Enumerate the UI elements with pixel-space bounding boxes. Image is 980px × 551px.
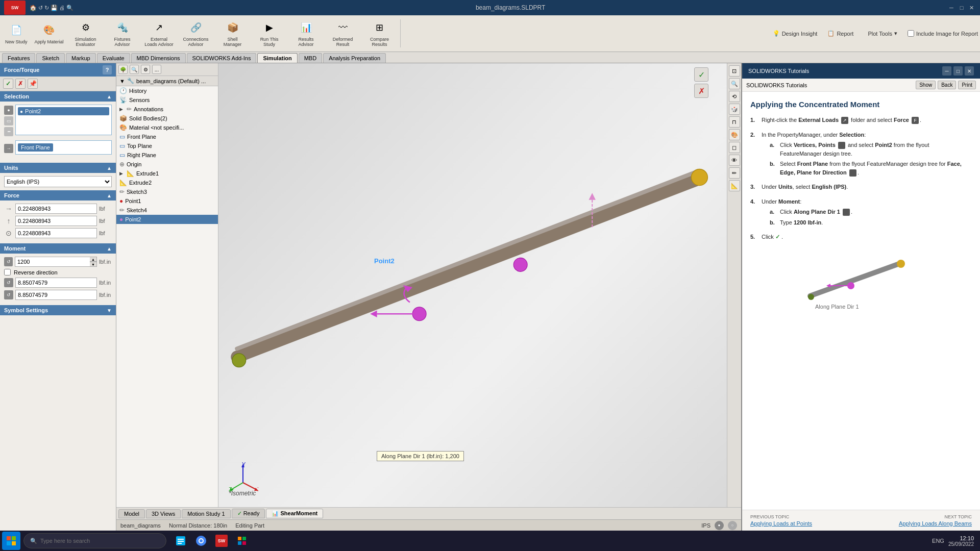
back-btn[interactable]: Back — [938, 81, 956, 89]
force-x-input[interactable] — [15, 204, 97, 214]
tab-shear-moment[interactable]: 📊 ShearMoment — [266, 509, 323, 518]
symbol-settings-header[interactable]: Symbol Settings ▼ — [0, 305, 116, 315]
tab-mbd-dimensions[interactable]: MBD Dimensions — [131, 53, 186, 63]
taskbar-misc-btn-1[interactable] — [233, 532, 251, 550]
tree-item-solid-bodies[interactable]: 📦 Solid Bodies(2) — [116, 114, 218, 123]
tree-btn-4[interactable]: ... — [152, 65, 161, 74]
annotations-expand[interactable]: ▶ — [119, 107, 125, 112]
moment-down-btn[interactable]: ▼ — [90, 262, 97, 267]
status-icon-1[interactable]: ● — [715, 521, 724, 530]
taskbar-search-input[interactable] — [40, 538, 160, 544]
reverse-direction-checkbox[interactable] — [4, 269, 11, 276]
tree-item-point2[interactable]: ● Point2 — [116, 215, 218, 224]
prev-topic-link[interactable]: Applying Loads at Points — [750, 520, 812, 527]
tab-evaluate[interactable]: Evaluate — [97, 53, 130, 63]
view-orient-btn[interactable]: ⟲ — [729, 91, 740, 102]
tab-mbd[interactable]: MBD — [299, 53, 322, 63]
results-advisor-btn[interactable]: 📊 Results Advisor — [288, 18, 324, 49]
connections-advisor-btn[interactable]: 🔗 Connections Advisor — [178, 18, 214, 49]
confirm-btn[interactable]: ✓ — [3, 79, 13, 89]
tree-item-front-plane[interactable]: ▭ Front Plane — [116, 132, 218, 141]
include-image-checkbox-row[interactable]: Include Image for Report — [908, 30, 978, 37]
shell-manager-btn[interactable]: 📦 Shell Manager — [215, 18, 251, 49]
fixtures-advisor-btn[interactable]: 🔩 Fixtures Advisor — [105, 18, 140, 49]
tree-item-point1[interactable]: ● Point1 — [116, 196, 218, 206]
start-button[interactable] — [2, 532, 20, 550]
taskbar-chrome-btn[interactable] — [192, 532, 210, 550]
include-image-checkbox[interactable] — [908, 30, 914, 37]
maximize-btn[interactable]: □ — [958, 4, 966, 12]
selection-section-header[interactable]: Selection ▲ — [0, 91, 116, 102]
view-3d-btn[interactable]: 🎲 — [729, 104, 740, 115]
viewport-area[interactable]: ✓ ✗ — [218, 63, 727, 507]
force-section-header[interactable]: Force ▲ — [0, 190, 116, 201]
design-insight-btn[interactable]: 💡 Design Insight — [769, 28, 822, 39]
deformed-result-btn[interactable]: 〰 Deformed Result — [325, 18, 361, 49]
status-icon-2[interactable]: ○ — [728, 521, 737, 530]
tree-item-top-plane[interactable]: ▭ Top Plane — [116, 141, 218, 151]
edit-appearance-btn[interactable]: ✏ — [729, 167, 740, 179]
extrude1-expand[interactable]: ▶ — [119, 171, 125, 176]
cancel-btn[interactable]: ✗ — [15, 79, 26, 89]
tab-ready[interactable]: ✓ Ready — [232, 509, 265, 518]
tree-item-material[interactable]: 🎨 Material <not specifi... — [116, 123, 218, 132]
force-z-input[interactable] — [15, 228, 97, 238]
tree-item-history[interactable]: 🕐 History — [116, 86, 218, 95]
show-btn[interactable]: Show — [916, 81, 936, 89]
run-study-btn[interactable]: ▶ Run This Study — [252, 18, 287, 49]
next-topic-link[interactable]: Applying Loads Along Beams — [899, 520, 972, 527]
apply-material-btn[interactable]: 🎨 Apply Material — [32, 18, 67, 49]
tree-item-sketch3[interactable]: ✏ Sketch3 — [116, 187, 218, 196]
close-btn[interactable]: ✕ — [968, 4, 976, 12]
tree-item-sensors[interactable]: 📡 Sensors — [116, 95, 218, 105]
selection-box[interactable]: ● Point2 — [15, 105, 112, 135]
moment-sub1-input[interactable] — [15, 278, 97, 288]
moment-up-btn[interactable]: ▲ — [90, 257, 97, 262]
tree-item-right-plane[interactable]: ▭ Right Plane — [116, 151, 218, 160]
print-btn[interactable]: Print — [958, 81, 976, 89]
tab-3d-views[interactable]: 3D Views — [146, 509, 181, 518]
taskbar-sw-btn[interactable]: SW — [212, 532, 231, 550]
external-loads-btn[interactable]: ↗ External Loads Advisor — [141, 18, 177, 49]
units-section-header[interactable]: Units ▲ — [0, 163, 116, 173]
moment-section-header[interactable]: Moment ▲ — [0, 243, 116, 254]
taskbar-search[interactable]: 🔍 — [23, 533, 166, 548]
direction-box[interactable]: Front Plane — [15, 140, 112, 155]
model-display-btn[interactable]: 📐 — [729, 180, 740, 191]
tab-solidworks-addins[interactable]: SOLIDWORKS Add-Ins — [187, 53, 257, 63]
tree-btn-1[interactable]: 🌳 — [118, 65, 128, 74]
plot-tools-btn[interactable]: Plot Tools ▾ — [864, 28, 901, 39]
tree-btn-3[interactable]: ⚙ — [141, 65, 150, 74]
tree-item-extrude2[interactable]: 📐 Extrude2 — [116, 178, 218, 187]
view-section-btn[interactable]: ⊓ — [729, 116, 740, 128]
tutorial-minimize-btn[interactable]: ─ — [942, 66, 951, 76]
zoom-fit-btn[interactable]: ⊡ — [729, 65, 740, 77]
zoom-in-btn[interactable]: 🔍 — [729, 78, 740, 89]
tab-sketch[interactable]: Sketch — [36, 53, 65, 63]
tab-model[interactable]: Model — [118, 509, 145, 518]
new-study-btn[interactable]: 📄 New Study — [2, 18, 31, 49]
taskbar-explorer-btn[interactable] — [172, 532, 190, 550]
appearance-btn[interactable]: 🎨 — [729, 129, 740, 140]
compare-results-btn[interactable]: ⊞ Compare Results — [362, 18, 398, 49]
tab-features[interactable]: Features — [2, 53, 35, 63]
moment-sub2-input[interactable] — [15, 290, 97, 300]
force-y-input[interactable] — [15, 216, 97, 226]
report-btn[interactable]: 📋 Report — [823, 28, 857, 39]
hide-show-btn[interactable]: 👁 — [729, 155, 740, 166]
minimize-btn[interactable]: ─ — [947, 4, 955, 12]
display-mode-btn[interactable]: ◻ — [729, 142, 740, 153]
prop-help-btn[interactable]: ? — [103, 65, 112, 74]
simulation-evaluator-btn[interactable]: ⚙ Simulation Evaluator — [68, 18, 104, 49]
pin-btn[interactable]: 📌 — [28, 79, 38, 89]
tab-markup[interactable]: Markup — [66, 53, 96, 63]
tab-motion-study-1[interactable]: Motion Study 1 — [182, 509, 230, 518]
tree-btn-2[interactable]: 🔍 — [130, 65, 139, 74]
tab-simulation[interactable]: Simulation — [257, 53, 297, 63]
tree-item-extrude1[interactable]: ▶ 📐 Extrude1 — [116, 169, 218, 178]
tutorial-maximize-btn[interactable]: □ — [953, 66, 963, 76]
tab-analysis-prep[interactable]: Analysis Preparation — [323, 53, 386, 63]
moment-input[interactable] — [15, 257, 90, 267]
tree-item-origin[interactable]: ⊕ Origin — [116, 160, 218, 169]
tree-item-sketch4[interactable]: ✏ Sketch4 — [116, 206, 218, 215]
